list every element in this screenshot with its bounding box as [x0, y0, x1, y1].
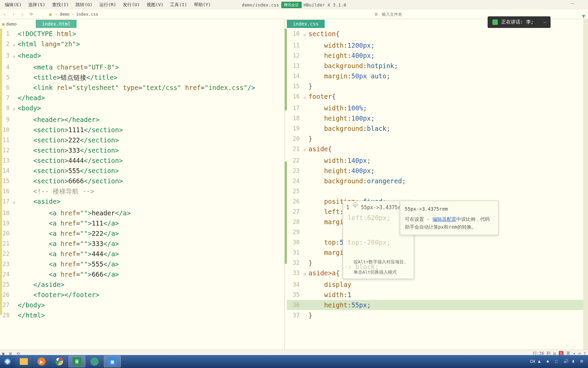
code-line[interactable]: 31 margin- — [287, 247, 583, 258]
code-line[interactable]: 6 <link rel="stylesheet" type="text/css"… — [0, 82, 284, 93]
menu-tools[interactable]: 工具(I) — [167, 0, 190, 9]
taskbar-app-explorer[interactable] — [15, 356, 32, 367]
code-line[interactable]: 20 <a href="">222</a> — [0, 228, 284, 239]
code-line[interactable]: 24 background:orangered; — [287, 176, 583, 186]
code-line[interactable]: 30 top:50% — [287, 237, 583, 247]
new-file-icon[interactable]: 🗎 — [374, 12, 379, 17]
autocomplete-hint: ‹ › 按Alt+数字插入对应项目。单击Alt切换插入模式 — [345, 257, 412, 277]
code-line[interactable]: 7</head> — [0, 93, 284, 103]
editor-config-link[interactable]: 编辑器配置 — [432, 216, 456, 222]
tray-flag-icon[interactable]: ▲ — [538, 359, 543, 364]
code-line[interactable]: 21 <a href="">333</a> — [0, 239, 284, 249]
code-line[interactable]: 23 <a href="">555</a> — [0, 259, 284, 269]
code-line[interactable]: 22 <a href="">444</a> — [0, 249, 284, 259]
code-line[interactable]: 17 width:100%; — [287, 103, 583, 113]
code-line[interactable]: 14 margin:50px auto; — [287, 71, 583, 81]
code-line[interactable]: 33⊟aside>a{ — [287, 268, 583, 279]
tray-network-icon[interactable]: ⬚ — [555, 359, 560, 364]
menu-select[interactable]: 选择(S) — [25, 0, 48, 9]
code-line[interactable]: 28</html> — [0, 310, 284, 320]
code-line[interactable]: 36 height:55px; — [287, 300, 583, 310]
menu-view[interactable]: 视图(V) — [143, 0, 167, 9]
code-line[interactable]: 25 — [287, 186, 583, 196]
taskbar-app-hbuilder[interactable]: H — [68, 356, 85, 367]
chevron-right-icon[interactable]: › — [349, 262, 352, 272]
code-line[interactable]: 15} — [287, 81, 583, 91]
tray-shield-icon[interactable]: ◆ — [546, 359, 552, 364]
nav-forward-icon[interactable]: › — [11, 12, 16, 17]
tray-battery-icon[interactable]: ▮ — [572, 359, 577, 364]
menu-publish[interactable]: 发行(U) — [119, 0, 143, 9]
tab-index-css[interactable]: index.css — [287, 20, 325, 28]
filter-icon[interactable]: ▼ — [582, 13, 585, 19]
html-editor[interactable]: 1<!DOCTYPE html>2⊟<html lang="zh">3⊟<hea… — [0, 29, 284, 358]
code-line[interactable]: 13 background:hotpink; — [287, 61, 583, 71]
code-line[interactable]: 2⊟<html lang="zh"> — [0, 39, 284, 50]
code-line[interactable]: 19 background:black; — [287, 123, 583, 134]
code-line[interactable]: 18 height:100px; — [287, 113, 583, 123]
code-line[interactable]: 11 width:1200px; — [287, 40, 583, 50]
code-line[interactable]: 11 <section>222</section> — [0, 135, 284, 145]
code-line[interactable]: 13 <section>4444</section> — [0, 155, 284, 166]
breadcrumb-file[interactable]: index.css — [76, 12, 98, 17]
left-editor-pane: ▣demo index.html 1<!DOCTYPE html>2⊟<html… — [0, 19, 284, 358]
microphone-icon — [492, 19, 498, 25]
scrollbar[interactable] — [583, 19, 588, 358]
code-line[interactable]: 10 <section>1111</section> — [0, 125, 284, 135]
code-line[interactable]: 25 </aside> — [0, 279, 284, 290]
menu-edit[interactable]: 编辑(E) — [1, 0, 25, 9]
project-label[interactable]: ▣demo — [2, 21, 17, 27]
code-line[interactable]: 22 width:140px; — [287, 155, 583, 166]
file-name-input[interactable] — [382, 12, 450, 17]
code-line[interactable]: 16 <!-- 楼梯导航 --> — [0, 186, 284, 196]
tray-clock-icon[interactable]: ⊡ — [581, 359, 586, 364]
code-line[interactable]: 37} — [287, 310, 583, 320]
code-line[interactable]: 35 width:1 — [287, 290, 583, 300]
code-line[interactable]: 18 <a href="">header</a> — [0, 208, 284, 218]
menu-find[interactable]: 查找(I) — [49, 0, 72, 9]
tray-volume-icon[interactable]: 🔊 — [564, 359, 569, 364]
code-line[interactable]: 23 height:400px; — [287, 166, 583, 176]
star-icon[interactable]: ☆ — [20, 12, 25, 17]
code-line[interactable]: 14 <section>555</section> — [0, 166, 284, 176]
code-line[interactable]: 21⊟aside{ — [287, 144, 583, 155]
code-line[interactable]: 4 <meta charset="UTF-8"> — [0, 62, 284, 72]
taskbar-app-meeting[interactable]: ▣ — [104, 356, 121, 367]
code-line[interactable]: 16⊟footer{ — [287, 91, 583, 103]
taskbar-app-contact[interactable] — [86, 356, 103, 367]
taskbar-app-chrome[interactable] — [51, 356, 68, 367]
code-line[interactable]: 12 height:400px; — [287, 50, 583, 61]
tab-index-html[interactable]: index.html — [36, 20, 77, 28]
nav-back-icon[interactable]: ‹ — [2, 12, 7, 17]
menu-goto[interactable]: 跳转(G) — [72, 0, 96, 9]
start-button[interactable] — [0, 355, 15, 368]
menu-run[interactable]: 运行(R) — [96, 0, 119, 9]
voice-label: 正在讲话: 李; — [501, 19, 534, 25]
code-line[interactable]: 20} — [287, 134, 583, 144]
ghost-text: left:620px; — [348, 213, 391, 223]
code-line[interactable]: 9 <header></header> — [0, 114, 284, 125]
code-line[interactable]: 24 <a href="">666</a> — [0, 269, 284, 279]
code-line[interactable]: 5 <title>错点链接</title> — [0, 72, 284, 82]
code-line[interactable]: 15 <section>6666</section> — [0, 176, 284, 186]
menu-help[interactable]: 帮助(Y) — [191, 0, 214, 9]
code-line[interactable]: 27</body> — [0, 300, 284, 310]
code-line[interactable]: 34 display — [287, 279, 583, 290]
code-line[interactable]: 32} — [287, 258, 583, 268]
code-line[interactable]: 26 <footer></footer> — [0, 290, 284, 300]
window-minimize-icon[interactable]: — — [568, 2, 578, 7]
code-line[interactable]: 17⊟ <aside> — [0, 196, 284, 208]
chevron-left-icon[interactable]: ‹ — [345, 262, 347, 272]
tray-ime[interactable]: CH — [530, 359, 535, 364]
taskbar-app-player[interactable]: ▶ — [33, 356, 50, 367]
breadcrumb-folder[interactable]: demo — [60, 12, 69, 17]
code-line[interactable]: 1<!DOCTYPE html> — [0, 29, 284, 39]
css-editor[interactable]: 1 ○ 55px->3.4375rem left:620px; top:-200… — [285, 29, 583, 358]
title-path: demo/index.css — [242, 2, 279, 7]
code-line[interactable]: 12 <section>333</section> — [0, 145, 284, 155]
code-line[interactable]: 8⊟<body> — [0, 103, 284, 114]
refresh-icon[interactable]: ⟳ — [29, 12, 34, 17]
code-line[interactable]: 19 <a href="">111</a> — [0, 218, 284, 228]
code-line[interactable]: 10⊟section{ — [287, 29, 583, 40]
code-line[interactable]: 3⊟<head> — [0, 50, 284, 62]
